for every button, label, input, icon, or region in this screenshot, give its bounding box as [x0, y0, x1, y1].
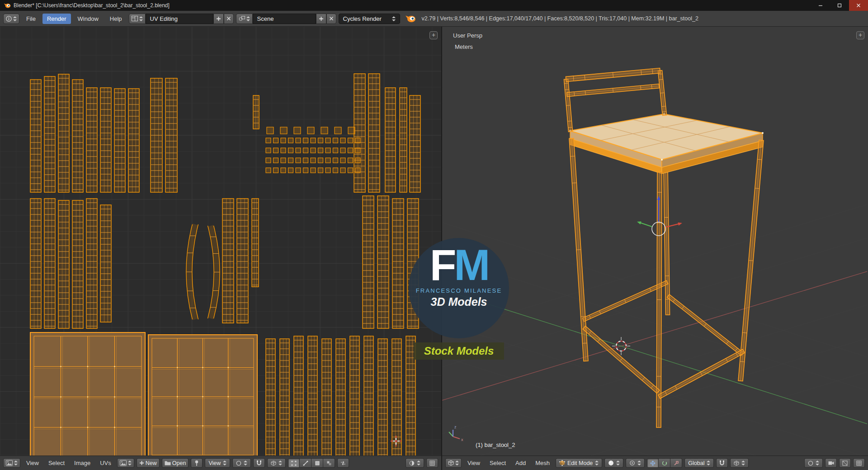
uv-island[interactable] [44, 76, 55, 192]
v3d-menu-view[interactable]: View [464, 458, 484, 468]
minimize-button[interactable] [811, 0, 830, 11]
uv-island[interactable] [354, 74, 365, 192]
viewport-shading-dropdown[interactable] [604, 458, 623, 468]
rotate-manipulator-button[interactable] [659, 458, 670, 468]
editor-type-selector-uv[interactable] [3, 458, 20, 468]
uv-island[interactable] [72, 80, 83, 192]
v3d-menu-add[interactable]: Add [512, 458, 529, 468]
transform-orientation-dropdown[interactable]: Global [684, 458, 714, 468]
uv-island[interactable] [294, 336, 303, 456]
uv-island[interactable] [58, 74, 69, 192]
snap-toggle-3d[interactable] [716, 458, 728, 468]
uv-island[interactable] [392, 339, 401, 456]
draw-channels-dropdown[interactable] [406, 458, 424, 468]
uv-island[interactable] [114, 89, 125, 192]
v3d-menu-mesh[interactable]: Mesh [532, 458, 553, 468]
region-expand-icon[interactable]: + [429, 31, 438, 39]
uv-island[interactable] [148, 335, 257, 456]
uv-island[interactable] [253, 95, 259, 129]
uv-island[interactable] [378, 339, 387, 456]
uv-island[interactable] [410, 95, 420, 192]
add-scene-button[interactable] [316, 14, 326, 24]
uv-island[interactable] [30, 199, 41, 328]
menu-file[interactable]: File [22, 14, 40, 24]
v3d-menu-select[interactable]: Select [486, 458, 509, 468]
uv-island[interactable] [237, 199, 248, 323]
uv-menu-view[interactable]: View [23, 458, 42, 468]
uv-island[interactable] [151, 78, 162, 192]
uv-island[interactable] [267, 127, 355, 134]
titlebar-drag-area[interactable] [170, 0, 811, 11]
snap-element-dropdown[interactable] [267, 458, 286, 468]
uv-island[interactable] [377, 196, 389, 328]
uv-island[interactable] [100, 88, 111, 192]
editor-type-selector-info[interactable] [3, 14, 19, 24]
sync-selection-toggle[interactable] [337, 458, 349, 468]
editor-type-selector-3d[interactable] [445, 458, 462, 468]
translate-manipulator-button[interactable] [647, 458, 659, 468]
uv-island[interactable] [30, 332, 145, 456]
region-expand-icon[interactable]: + [856, 31, 864, 39]
uv-island[interactable] [128, 89, 139, 192]
snap-element-3d-dropdown[interactable] [730, 458, 749, 468]
render-preview-button[interactable] [825, 458, 837, 468]
render-engine-dropdown[interactable]: Cycles Render [339, 14, 400, 24]
uv-select-face-button[interactable] [311, 458, 323, 468]
uv-island[interactable] [222, 199, 234, 323]
uv-menu-uvs[interactable]: UVs [96, 458, 115, 468]
uv-island[interactable] [400, 88, 407, 192]
uv-editor-canvas[interactable] [0, 27, 441, 456]
bar-stool-mesh[interactable] [564, 68, 764, 427]
interaction-mode-dropdown[interactable]: Edit Mode [556, 458, 602, 468]
scale-manipulator-button[interactable] [670, 458, 682, 468]
maximize-button[interactable] [830, 0, 849, 11]
delete-layout-button[interactable] [224, 14, 234, 24]
uv-island[interactable] [364, 336, 373, 456]
layout-name-field[interactable]: UV Editing [146, 14, 213, 24]
uv-grid-toggle[interactable] [426, 458, 438, 468]
add-layout-button[interactable] [213, 14, 224, 24]
uv-island[interactable] [58, 200, 69, 328]
image-open-button[interactable]: Open [162, 458, 189, 468]
uv-menu-image[interactable]: Image [71, 458, 94, 468]
uv-island[interactable] [266, 339, 275, 456]
menu-render[interactable]: Render [42, 14, 71, 24]
menu-window[interactable]: Window [73, 14, 103, 24]
uv-select-vertex-button[interactable] [288, 458, 300, 468]
menu-help[interactable]: Help [105, 14, 127, 24]
uv-island[interactable] [100, 205, 111, 322]
uv-island[interactable] [44, 199, 55, 328]
uv-island[interactable] [208, 226, 220, 318]
browse-scenes-button[interactable] [236, 14, 253, 24]
uv-island[interactable] [336, 339, 345, 456]
uv-island[interactable] [266, 138, 360, 173]
uv-island[interactable] [280, 339, 289, 456]
proportional-edit-3d-dropdown[interactable] [804, 458, 823, 468]
image-new-button[interactable]: New [137, 458, 160, 468]
uv-island[interactable] [86, 88, 97, 192]
uv-select-edge-button[interactable] [300, 458, 311, 468]
uv-island[interactable] [252, 199, 259, 287]
uv-island[interactable] [30, 80, 41, 192]
proportional-edit-dropdown[interactable] [232, 458, 251, 468]
uv-island[interactable] [72, 200, 83, 328]
uv-island[interactable] [363, 196, 374, 328]
uv-island[interactable] [368, 74, 380, 192]
pivot-point-dropdown[interactable] [626, 458, 645, 468]
uv-island[interactable] [385, 88, 396, 192]
uv-island[interactable] [308, 336, 317, 456]
close-button[interactable] [849, 0, 868, 11]
scene-name-field[interactable]: Scene [253, 14, 316, 24]
pin-image-button[interactable] [191, 458, 203, 468]
render-border-button[interactable] [853, 458, 865, 468]
delete-scene-button[interactable] [326, 14, 336, 24]
uv-island[interactable] [165, 78, 177, 192]
uv-pivot-dropdown[interactable]: View [205, 458, 230, 468]
browse-image-button[interactable] [117, 458, 134, 468]
occlude-geometry-button[interactable] [839, 458, 851, 468]
snap-toggle-button[interactable] [253, 458, 265, 468]
uv-select-island-button[interactable] [323, 458, 335, 468]
uv-island[interactable] [392, 199, 404, 328]
uv-menu-select[interactable]: Select [45, 458, 68, 468]
uv-island[interactable] [350, 336, 359, 456]
